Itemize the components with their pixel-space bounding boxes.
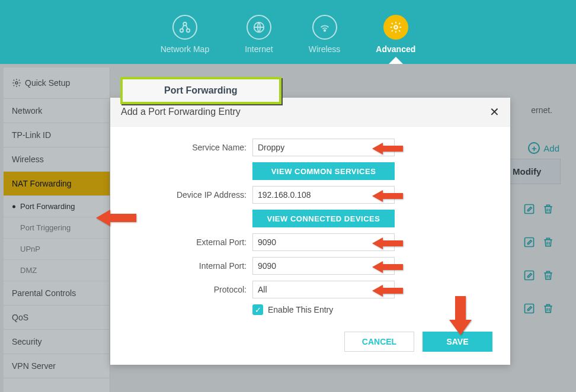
close-icon[interactable]: ✕ <box>489 105 500 119</box>
svg-point-5 <box>394 25 398 29</box>
nav-label: Advanced <box>376 44 415 54</box>
nav-advanced[interactable]: Advanced <box>376 15 415 54</box>
view-connected-devices-button[interactable]: VIEW CONNECTED DEVICES <box>252 210 395 227</box>
cancel-button[interactable]: CANCEL <box>344 332 414 352</box>
port-forwarding-modal: Add a Port Forwarding Entry ✕ Service Na… <box>110 98 510 365</box>
input-internal-port[interactable] <box>252 257 395 275</box>
nav-label: Network Map <box>161 44 209 54</box>
svg-point-2 <box>187 29 190 33</box>
wifi-icon <box>312 15 337 40</box>
modal-title: Add a Port Forwarding Entry <box>121 107 241 117</box>
svg-point-1 <box>180 29 184 33</box>
nav-label: Internet <box>245 44 273 54</box>
label-device-ip: Device IP Address: <box>128 190 247 200</box>
globe-icon <box>247 15 271 40</box>
view-common-services-button[interactable]: VIEW COMMON SERVICES <box>252 162 395 180</box>
svg-point-4 <box>324 30 325 31</box>
label-enable-entry: Enable This Entry <box>268 305 333 314</box>
page-title-box: Port Forwarding <box>120 77 281 104</box>
nav-label: Wireless <box>309 44 341 54</box>
nav-internet[interactable]: Internet <box>245 15 273 54</box>
nav-network-map[interactable]: Network Map <box>161 15 209 54</box>
node-map-icon <box>172 15 197 40</box>
checkbox-enable-entry[interactable]: ✓ <box>252 304 263 315</box>
save-button[interactable]: SAVE <box>423 332 492 352</box>
label-external-port: External Port: <box>128 237 247 247</box>
top-nav: Network Map Internet Wireless Advanced <box>0 0 576 64</box>
select-protocol[interactable]: All <box>252 281 395 298</box>
label-internal-port: Internal Port: <box>128 261 247 271</box>
input-device-ip[interactable] <box>252 186 395 204</box>
nav-wireless[interactable]: Wireless <box>309 15 341 54</box>
label-protocol: Protocol: <box>128 285 247 294</box>
input-external-port[interactable] <box>252 233 395 251</box>
input-service-name[interactable] <box>252 139 395 156</box>
protocol-value: All <box>258 285 267 294</box>
label-service-name: Service Name: <box>128 143 247 152</box>
gear-icon <box>383 15 408 40</box>
